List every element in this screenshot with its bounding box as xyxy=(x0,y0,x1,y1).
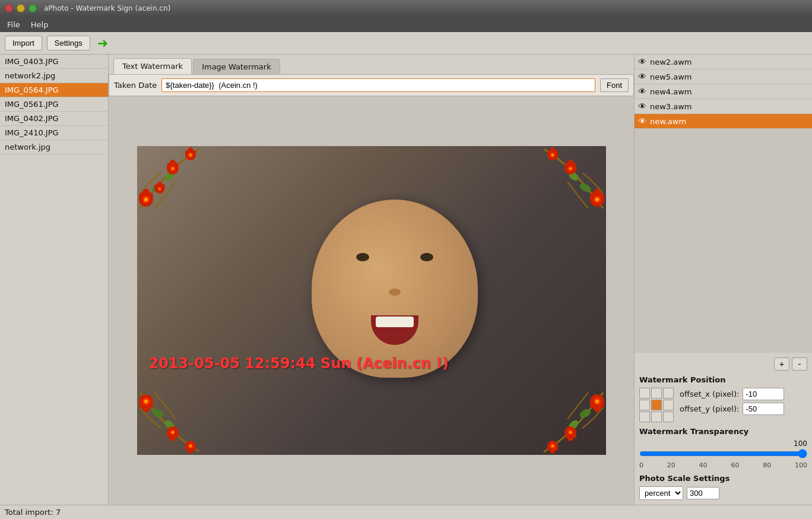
svg-point-18 xyxy=(191,150,196,155)
svg-point-27 xyxy=(578,182,592,194)
wm-list-label-0: new2.awm xyxy=(650,58,692,67)
svg-point-66 xyxy=(191,446,196,451)
right-panel: 👁 new2.awm 👁 new5.awm 👁 new4.awm 👁 new3.… xyxy=(634,55,812,505)
watermark-controls: + - Watermark Position xyxy=(635,353,812,505)
svg-point-58 xyxy=(170,435,176,441)
svg-point-73 xyxy=(594,405,601,412)
svg-point-85 xyxy=(550,449,555,454)
scale-value-input[interactable] xyxy=(687,487,719,499)
sidebar-item-5[interactable]: IMG_2410.JPG xyxy=(0,126,108,140)
sidebar-item-6[interactable]: network.jpg xyxy=(0,140,108,154)
tick-4: 80 xyxy=(763,461,771,469)
baby-head xyxy=(312,200,478,378)
svg-point-13 xyxy=(170,166,175,171)
pos-cell-br[interactable] xyxy=(663,412,674,422)
svg-point-82 xyxy=(568,430,573,435)
pos-cell-tc[interactable] xyxy=(651,388,662,398)
transparency-label: Watermark Transparency xyxy=(639,427,807,436)
wm-list-item-1[interactable]: 👁 new5.awm xyxy=(635,69,812,84)
offset-inputs: offset_x (pixel): offset_y (pixel): xyxy=(680,388,807,417)
add-remove-row: + - xyxy=(639,357,807,371)
slider-ticks: 0 20 40 60 80 100 xyxy=(639,461,807,469)
offset-y-input[interactable] xyxy=(743,403,784,415)
titlebar: aPhoto - Watermark Sign (acein.cn) xyxy=(0,0,812,17)
svg-point-45 xyxy=(547,150,552,155)
wm-list-item-2[interactable]: 👁 new4.awm xyxy=(635,84,812,99)
watermark-input-area: Taken Date Font xyxy=(109,74,634,96)
pos-cell-mc[interactable] xyxy=(651,400,662,410)
corner-deco-tr xyxy=(541,146,606,211)
center-panel: Text Watermark Image Watermark Taken Dat… xyxy=(109,55,634,505)
svg-point-25 xyxy=(158,187,161,191)
position-grid xyxy=(639,388,674,422)
svg-point-68 xyxy=(189,445,192,447)
svg-point-76 xyxy=(594,398,601,405)
svg-point-56 xyxy=(144,400,148,403)
svg-point-59 xyxy=(167,432,173,438)
pos-cell-bc[interactable] xyxy=(651,412,662,422)
pos-cell-tr[interactable] xyxy=(663,388,674,398)
svg-point-70 xyxy=(566,419,580,432)
pos-cell-ml[interactable] xyxy=(639,400,650,410)
wm-list-label-2: new4.awm xyxy=(650,87,692,96)
menu-help[interactable]: Help xyxy=(26,18,53,31)
svg-point-49 xyxy=(163,419,176,432)
tick-0: 0 xyxy=(639,461,643,469)
scale-unit-select[interactable]: percent xyxy=(639,486,683,500)
wm-list-item-3[interactable]: 👁 new3.awm xyxy=(635,99,812,114)
svg-point-88 xyxy=(550,444,555,448)
close-btn[interactable] xyxy=(5,4,13,12)
position-section: offset_x (pixel): offset_y (pixel): xyxy=(639,388,807,422)
sidebar-item-1[interactable]: network2.jpg xyxy=(0,69,108,83)
pos-cell-mr[interactable] xyxy=(663,400,674,410)
svg-point-60 xyxy=(173,432,179,438)
svg-point-62 xyxy=(172,431,174,433)
sidebar-item-4[interactable]: IMG_0402.JPG xyxy=(0,112,108,126)
svg-point-65 xyxy=(185,446,190,451)
toolbar: Import Settings ➜ xyxy=(0,32,812,55)
photo-container: 2013-05-05 12:59:44 Sun (Acein.cn !) xyxy=(137,146,606,455)
baby-mouth xyxy=(371,315,418,345)
corner-deco-br xyxy=(541,390,606,455)
offset-x-label: offset_x (pixel): xyxy=(680,390,739,398)
sidebar-item-0[interactable]: IMG_0403.JPG xyxy=(0,55,108,69)
svg-point-1 xyxy=(163,169,176,183)
menu-file[interactable]: File xyxy=(2,18,25,31)
eye-icon-0: 👁 xyxy=(638,57,646,67)
svg-point-17 xyxy=(185,150,190,155)
svg-point-69 xyxy=(578,407,592,419)
statusbar: Total import: 7 xyxy=(0,505,812,519)
offset-x-input[interactable] xyxy=(743,388,784,400)
add-watermark-button[interactable]: + xyxy=(774,357,789,371)
minimize-btn[interactable] xyxy=(17,4,25,12)
svg-point-16 xyxy=(188,147,193,152)
svg-point-23 xyxy=(154,184,159,189)
wm-list-label-4: new.awm xyxy=(650,117,686,126)
wm-list-item-4[interactable]: 👁 new.awm xyxy=(635,114,812,129)
status-text: Total import: 7 xyxy=(5,508,61,517)
svg-point-84 xyxy=(547,441,558,451)
tab-image-watermark[interactable]: Image Watermark xyxy=(193,59,280,74)
maximize-btn[interactable] xyxy=(28,4,37,12)
pos-cell-tl[interactable] xyxy=(639,388,650,398)
pos-cell-bl[interactable] xyxy=(639,412,650,422)
font-button[interactable]: Font xyxy=(600,78,629,92)
sidebar-item-3[interactable]: IMG_0561.JPG xyxy=(0,97,108,112)
import-button[interactable]: Import xyxy=(5,36,42,50)
svg-point-87 xyxy=(547,446,552,451)
svg-point-48 xyxy=(151,407,164,419)
wm-list-item-0[interactable]: 👁 new2.awm xyxy=(635,55,812,69)
sidebar-item-2[interactable]: IMG_0564.JPG xyxy=(0,83,108,97)
transparency-slider[interactable] xyxy=(639,449,807,458)
svg-point-2 xyxy=(143,194,154,203)
tab-text-watermark[interactable]: Text Watermark xyxy=(113,58,192,74)
tabs-area: Text Watermark Image Watermark xyxy=(109,55,634,74)
remove-watermark-button[interactable]: - xyxy=(792,357,807,371)
svg-point-81 xyxy=(564,432,570,438)
svg-point-38 xyxy=(570,163,576,169)
svg-point-83 xyxy=(569,431,572,433)
settings-button[interactable]: Settings xyxy=(47,36,90,50)
watermark-text-input[interactable] xyxy=(161,78,595,92)
watermark-preview-area xyxy=(635,129,812,353)
run-arrow-icon[interactable]: ➜ xyxy=(97,36,108,50)
